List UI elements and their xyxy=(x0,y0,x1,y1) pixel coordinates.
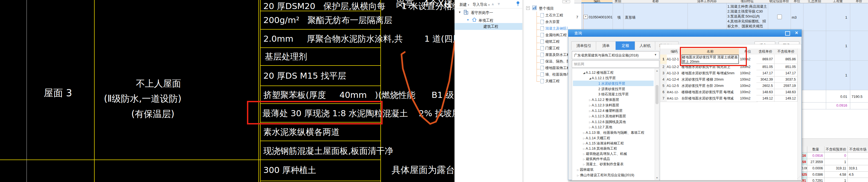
grid-header-lock-price[interactable]: 锁定综合单价 xyxy=(768,0,791,3)
quota-row-name[interactable]: 台阶楼地面水泥砂浆找平层 每增减5mm xyxy=(681,95,739,102)
subtable-header-qty[interactable]: 数量 xyxy=(807,146,825,153)
quota-row-taxprice[interactable]: 851.05 xyxy=(756,64,774,70)
lock-price-checkbox[interactable] xyxy=(777,15,782,19)
dialog-titlebar[interactable]: 查询 ✕ xyxy=(568,30,802,37)
scrollbar[interactable] xyxy=(798,49,801,180)
tab-list[interactable]: 清单 xyxy=(596,42,616,50)
subtable-cell-qty[interactable]: 0.0006 xyxy=(807,165,825,172)
subtable-cell-qty[interactable]: 0.7291 xyxy=(807,178,825,182)
tree-collapsed-icon[interactable]: ▷ xyxy=(577,168,579,171)
project-tree-selected-row[interactable]: 建筑工程 xyxy=(455,23,522,30)
quota-row-code[interactable]: A1-12-4 xyxy=(667,76,682,83)
scrollbar[interactable]: ▲ ▼ xyxy=(655,69,659,180)
quota-row-seq[interactable]: 6 xyxy=(660,89,667,96)
quota-tree-node[interactable]: ▷ 园林建筑 xyxy=(577,167,593,172)
category-tree-item[interactable]: 土石方工程 xyxy=(545,13,563,18)
cell-ratio[interactable]: 0.0916 xyxy=(826,103,848,107)
tab-quota[interactable]: 定额 xyxy=(616,42,635,50)
cell-unit[interactable]: m3 xyxy=(792,15,797,20)
quota-library-select[interactable]: 广东省房屋建筑与装饰工程综合定额(2018) ▼ xyxy=(572,51,659,59)
quota-row-name[interactable]: 水泥砂浆找平层 台阶 20mm xyxy=(681,83,739,89)
subtable-cell-market[interactable] xyxy=(848,178,868,182)
quota-row-seq[interactable]: 1 xyxy=(660,55,667,64)
quota-row-price[interactable]: 2597.19 xyxy=(774,83,798,89)
quota-row-taxprice[interactable]: 2602.5 xyxy=(756,83,774,89)
quota-tree-node[interactable]: ▷ A.1.12.7 其他 xyxy=(589,125,612,130)
quota-col-price[interactable]: 不含税单价 xyxy=(774,49,798,55)
quota-row-name[interactable]: 楼梯楼地面水泥砂浆找平层 每增减5mm xyxy=(681,89,739,96)
category-tree-item[interactable]: 门窗工程 xyxy=(545,46,560,51)
tree-collapsed-icon[interactable]: ▷ xyxy=(583,132,585,134)
quota-row-code[interactable]: 补A1-12-3B xyxy=(667,95,682,102)
collapse-panel-button[interactable]: « xyxy=(562,0,570,3)
subtable-cell-left[interactable]: 0.06 xyxy=(801,165,807,172)
quota-row-name[interactable]: 水泥砂浆找平层 楼梯 20mm xyxy=(681,76,739,83)
category-tree-item[interactable]: 楼地面装饰工程 xyxy=(545,66,568,71)
new-button[interactable]: 新建 ▾ xyxy=(459,2,469,7)
tree-expand-icon[interactable]: ▼ xyxy=(458,11,461,14)
subtable-cell-budget[interactable]: 1 xyxy=(825,178,848,182)
quota-row-unit[interactable]: 100m2 xyxy=(739,76,758,83)
quota-row-price[interactable]: 148.63 xyxy=(774,89,798,95)
grid-header-qty[interactable]: 工程量 xyxy=(826,0,850,3)
subtable-cell-left[interactable]: .59 xyxy=(801,159,807,165)
cell-detail-price[interactable]: 7190.5 xyxy=(851,95,863,99)
grid-header-price[interactable]: 单价 xyxy=(850,0,868,3)
subtable-cell-budget[interactable]: 0 xyxy=(825,153,848,159)
pin-icon[interactable] xyxy=(516,1,520,6)
tree-collapsed-icon[interactable]: ▷ xyxy=(583,148,585,150)
quota-tree-node[interactable]: ▷ 混凝土、砂浆制作含量表 xyxy=(583,162,623,167)
quota-row-unit[interactable]: 100m2 xyxy=(739,95,758,102)
grid-header-name[interactable]: 名称 xyxy=(623,0,688,3)
cell-detail-qty[interactable]: 0.01 xyxy=(826,95,848,99)
category-tree-item[interactable]: 保温、隔热、防 xyxy=(545,59,568,64)
expand-row-icon[interactable]: + xyxy=(584,15,588,19)
quota-row-seq[interactable]: 3 xyxy=(660,70,667,77)
subtable-cell-budget[interactable]: 4.58 xyxy=(825,172,848,178)
tree-collapsed-icon[interactable]: ▷ xyxy=(583,137,585,140)
scroll-thumb[interactable] xyxy=(655,85,658,104)
subtable-header-market[interactable]: 不含税市场价 xyxy=(848,146,868,153)
quota-tree-node[interactable]: ▷ A.1.14 天棚工程 xyxy=(583,136,610,140)
subtable-cell-budget[interactable]: 319.11 xyxy=(825,165,848,172)
grid-header-summary[interactable]: 汇总类别 xyxy=(803,0,826,3)
quota-tree-node[interactable]: ▷ A.1.16 其他装饰工程 xyxy=(583,146,617,151)
quota-row-unit[interactable]: 100m2 xyxy=(739,83,758,89)
scroll-down-icon[interactable]: ▼ xyxy=(656,177,658,179)
quota-row-code[interactable]: 补A1-12-3A xyxy=(667,89,682,96)
project-tree-item-unit[interactable]: 单项工程 xyxy=(478,18,493,23)
quota-row-unit[interactable]: 100m2 xyxy=(739,70,758,77)
quota-tree-node[interactable]: ◢ A.1.12 楼地面工程 xyxy=(583,71,614,75)
subtable-cell-market[interactable]: 4.5 xyxy=(848,172,868,178)
tree-collapse-box-icon[interactable] xyxy=(526,6,530,10)
quota-tree-node[interactable]: ▷ A.1.12.2 整体面层 xyxy=(589,98,619,102)
quota-row-seq[interactable]: 5 xyxy=(660,83,667,89)
quota-row-code[interactable]: A1-12-3 xyxy=(667,70,682,77)
subtable-cell-market[interactable] xyxy=(848,153,868,159)
quota-row-price[interactable]: 865.86 xyxy=(774,55,798,64)
cell-category[interactable]: 项 xyxy=(617,15,621,20)
subtable-cell-left[interactable]: .91 xyxy=(801,178,807,182)
tree-collapsed-icon[interactable]: ▷ xyxy=(583,163,585,166)
close-icon[interactable]: ✕ xyxy=(795,30,798,35)
quota-col-taxprice[interactable]: 含税单价 xyxy=(756,49,775,55)
grid-header-unit[interactable]: 单位 xyxy=(790,0,803,3)
quota-tree-node[interactable]: ▷ A.1.12.5 其他材料面层 xyxy=(589,114,626,119)
cell-code[interactable]: 010504001001 xyxy=(589,15,613,19)
quota-tree-node[interactable]: ▷ 建筑物超高增加人工、机械 xyxy=(583,152,627,156)
grid-header-feature[interactable]: 项目特征 xyxy=(726,0,768,3)
tree-collapsed-icon[interactable]: ▷ xyxy=(583,153,585,155)
tree-collapsed-icon[interactable]: ▷ xyxy=(589,115,591,118)
quota-tree-node[interactable]: ▷ A.1.12.6 踢脚线及其他 xyxy=(589,120,626,125)
project-tree-root[interactable]: 看守所岗亭一 xyxy=(471,10,493,15)
quota-row-taxprice[interactable]: 148.63 xyxy=(756,89,774,95)
quota-row-price[interactable]: 149.12 xyxy=(774,95,798,102)
tab-resources[interactable]: 人材机 xyxy=(635,42,655,50)
grid-rownum[interactable]: 7 xyxy=(576,15,578,19)
quota-tree-leaf[interactable]: 3 细石混凝土找平层 xyxy=(598,92,628,97)
quota-row-unit[interactable]: 100m2 xyxy=(739,89,758,96)
tree-collapsed-icon[interactable]: ▷ xyxy=(577,174,579,177)
quota-row-taxprice[interactable]: 147.17 xyxy=(756,70,774,76)
category-tree-item[interactable]: 余方弃置 xyxy=(545,20,560,24)
tab-list-guide[interactable]: 清单指引 xyxy=(571,42,596,50)
